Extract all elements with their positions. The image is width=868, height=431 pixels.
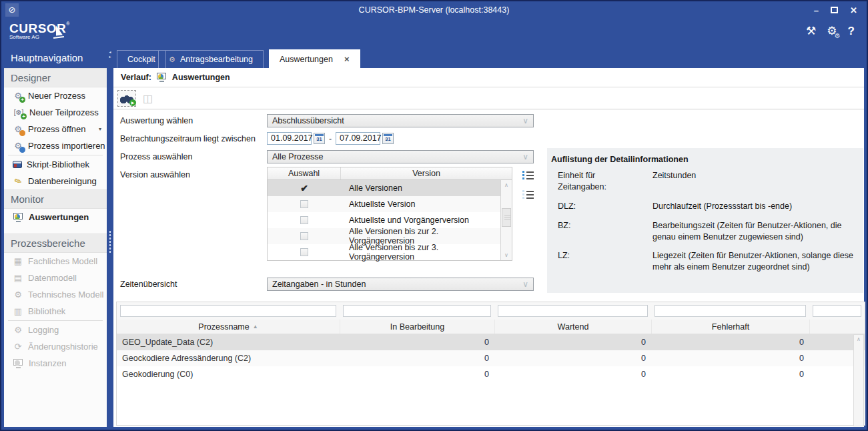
version-row[interactable]: Alle Versionen bis zur 3. Vorgängerversi… [268, 244, 500, 260]
column-label: In Bearbeitung [390, 322, 444, 332]
evaluations-monitor-icon [156, 73, 167, 82]
technical-model-icon: ⚙ [13, 290, 23, 300]
sidebar-item-neuer-teilprozess[interactable]: [⚙]+ Neuer Teilprozess [4, 104, 107, 121]
column-header-in-bearbeitung[interactable]: In Bearbeitung [340, 320, 494, 334]
sidebar-item-datenbereinigung[interactable]: ✎ Datenbereinigung [4, 173, 107, 189]
table-row[interactable]: Geokodierung (C0) 0 0 0 [117, 366, 865, 382]
scrollbar-thumb[interactable] [502, 208, 511, 227]
column-header-extra[interactable] [809, 320, 865, 334]
close-button[interactable]: ✕ [850, 5, 857, 15]
collapse-arrows-icon[interactable]: ◄ ► [107, 50, 113, 59]
scroll-up-icon[interactable]: ∧ [854, 336, 863, 342]
date-to-input[interactable]: 07.09.2017 [336, 132, 380, 145]
splitter-grip-icon[interactable] [109, 230, 111, 253]
column-label: Fehlerhaft [712, 322, 749, 332]
sidebar-splitter[interactable]: ◄ ► [107, 48, 113, 427]
sidebar-section-monitor: Monitor [4, 189, 107, 209]
sailboat-icon [56, 25, 63, 35]
filter-row [117, 302, 865, 320]
workflow-icon-disabled: ◫ [143, 92, 153, 105]
open-process-icon: ⚙ [13, 124, 23, 135]
filter-input-fehlerhaft[interactable] [655, 305, 806, 317]
version-row[interactable]: Aktuellste Version [268, 196, 500, 212]
checkbox-unchecked[interactable] [300, 200, 308, 208]
date-range-separator: - [329, 132, 332, 145]
version-row[interactable]: Alle Versionen bis zur 2. Vorgängerversi… [268, 228, 500, 244]
checkbox-unchecked[interactable] [300, 248, 308, 256]
results-table-scrollbar[interactable]: ∧ [853, 334, 864, 426]
prozess-value: Alle Prozesse [272, 152, 323, 161]
cell-fehlerhaft: 0 [651, 370, 809, 379]
sidebar-item-skript-bibliothek[interactable]: Skript-Bibliothek [4, 156, 107, 173]
breadcrumb-item[interactable]: Auswertungen [172, 73, 230, 82]
table-row[interactable]: Geockodiere Adressänderung (C2) 0 0 0 [117, 350, 865, 366]
tab-close-icon[interactable]: × [344, 54, 350, 64]
filter-input-in-bearbeitung[interactable] [343, 305, 491, 317]
tools-icon[interactable]: ⚒ [806, 24, 816, 38]
calendar-to-button[interactable]: 31 [382, 133, 394, 144]
sidebar-item-prozess-importieren[interactable]: ⚙ Prozess importieren [4, 137, 107, 154]
run-evaluation-button[interactable]: ▶ [117, 90, 136, 107]
column-header-fehlerhaft[interactable]: Fehlerhaft [651, 320, 809, 334]
column-header-auswahl[interactable]: Auswahl [268, 167, 341, 179]
auswertung-value: Abschlussübersicht [272, 116, 344, 125]
sidebar-item-auswertungen[interactable]: Auswertungen [4, 209, 107, 226]
zeiten-label: Zeitenübersicht [120, 278, 177, 291]
sidebar-section-prozessbereiche: Prozessbereiche [4, 234, 107, 253]
version-row[interactable]: Aktuellste und Vorgängerversion [268, 212, 500, 228]
maximize-button[interactable] [831, 7, 838, 13]
version-row-label: Alle Versionen [341, 183, 500, 193]
minimize-button[interactable]: – [814, 5, 819, 15]
version-row[interactable]: ✔ Alle Versionen [268, 180, 500, 196]
column-header-version[interactable]: Version [341, 167, 512, 179]
cell-in-bearbeitung: 0 [340, 338, 494, 347]
sidebar-item-prozess-oeffnen[interactable]: ⚙ Prozess öffnen ▾ [4, 121, 107, 137]
cell-wartend: 0 [494, 354, 651, 363]
data-cleanup-icon: ✎ [11, 174, 25, 187]
sidebar-item-technisches-modell: ⚙ Technisches Modell [4, 286, 107, 303]
tab-auswertungen[interactable]: Auswertungen × [269, 49, 360, 68]
checkbox-checked[interactable]: ✔ [300, 183, 308, 193]
checkbox-unchecked[interactable] [300, 232, 308, 240]
calendar-from-button[interactable]: 31 [314, 133, 325, 144]
tab-label: Auswertungen [280, 55, 333, 64]
sidebar-item-label: Neuer Prozess [28, 91, 85, 101]
scroll-down-icon[interactable]: ∨ [501, 250, 512, 260]
detail-definition: Durchlaufzeit (Prozessstart bis -ende) [653, 201, 854, 212]
sidebar-item-label: Bibliothek [28, 306, 65, 316]
zeiten-select[interactable]: Zeitangaben - in Stunden ∨ [267, 278, 534, 291]
version-row-label: Alle Versionen bis zur 3. Vorgängerversi… [341, 243, 500, 262]
tab-label: Cockpit [127, 55, 155, 64]
prozess-select[interactable]: Alle Prozesse ∨ [267, 150, 534, 163]
cell-prozessname: Geokodierung (C0) [117, 370, 340, 379]
chevron-down-icon[interactable]: ▾ [99, 126, 101, 132]
auswertung-select[interactable]: Abschlussübersicht ∨ [267, 114, 534, 127]
cell-prozessname: Geockodiere Adressänderung (C2) [117, 354, 340, 363]
tab-antragsbearbeitung[interactable]: ⚙ Antragsbearbeitung [158, 50, 264, 68]
admin-settings-icon[interactable]: ⚙⚙ [827, 24, 837, 38]
zeiten-value: Zeitangaben - in Stunden [272, 280, 366, 289]
filter-input-extra[interactable] [813, 305, 861, 317]
sidebar-item-neuer-prozess[interactable]: ⚙+ Neuer Prozess [4, 87, 107, 104]
brand-registered-mark: ® [66, 21, 69, 26]
deselect-all-versions-icon[interactable] [522, 189, 534, 199]
help-icon[interactable]: ? [848, 25, 855, 38]
cell-wartend: 0 [494, 370, 651, 379]
cell-in-bearbeitung: 0 [340, 370, 494, 379]
version-table-scrollbar[interactable]: ∧ ∨ [500, 180, 512, 260]
zeitraum-label: Betrachtungszeitraum liegt zwischen [120, 132, 256, 145]
import-process-icon: ⚙ [13, 141, 23, 151]
checkbox-unchecked[interactable] [300, 216, 308, 224]
window-title: CURSOR-BPM-Server (localhost:38443) [1, 1, 867, 19]
small-gear-icon: ⚙ [835, 32, 841, 39]
scroll-up-icon[interactable]: ∧ [501, 180, 512, 190]
column-header-wartend[interactable]: Wartend [494, 320, 651, 334]
titlebar: ⊘ CURSOR-BPM-Server (localhost:38443) – … [1, 1, 867, 19]
filter-input-prozessname[interactable] [120, 305, 336, 317]
date-from-input[interactable]: 01.09.2017 [267, 132, 312, 145]
chevron-down-icon: ∨ [522, 278, 528, 290]
select-all-versions-icon[interactable] [522, 170, 534, 180]
filter-input-wartend[interactable] [498, 305, 648, 317]
table-row[interactable]: GEO_Update_Data (C2) 0 0 0 [117, 334, 865, 350]
column-header-prozessname[interactable]: Prozessname ▲ [117, 320, 340, 334]
